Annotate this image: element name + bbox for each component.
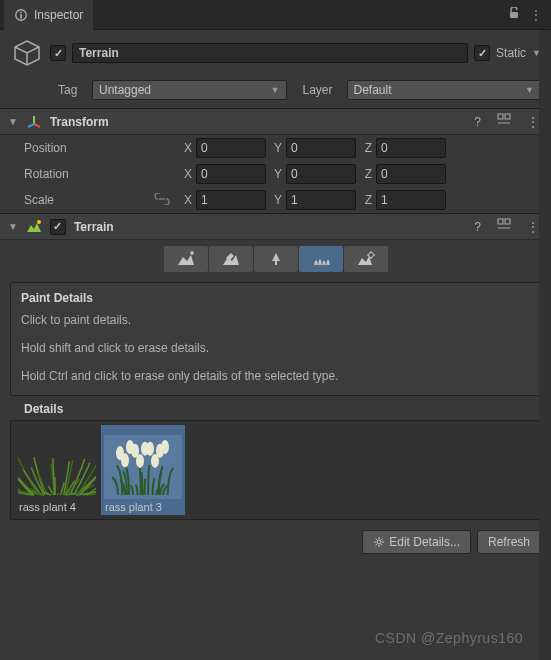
detail-label: rass plant 3 [103, 499, 183, 515]
terrain-enabled-checkbox[interactable] [50, 219, 66, 235]
terrain-tool-raise-lower[interactable] [164, 246, 208, 272]
rotation-z-field[interactable] [376, 164, 446, 184]
rotation-x-field[interactable] [196, 164, 266, 184]
svg-point-1 [20, 11, 22, 13]
refresh-label: Refresh [488, 535, 530, 549]
detail-thumb[interactable]: rass plant 3 [101, 425, 185, 515]
layer-label: Layer [303, 83, 341, 97]
tag-value: Untagged [99, 83, 151, 97]
help-icon[interactable]: ? [470, 220, 485, 234]
scrollbar[interactable] [539, 30, 551, 660]
transform-title: Transform [50, 115, 462, 129]
help-icon[interactable]: ? [470, 115, 485, 129]
edit-details-button[interactable]: Edit Details... [362, 530, 471, 554]
detail-preview [17, 431, 97, 499]
terrain-icon [26, 219, 42, 235]
static-checkbox[interactable] [474, 45, 490, 61]
preset-icon[interactable] [493, 218, 515, 235]
svg-rect-4 [498, 114, 503, 119]
svg-point-20 [161, 440, 169, 454]
svg-rect-3 [510, 12, 518, 18]
constrain-proportions-icon[interactable] [154, 193, 170, 208]
position-z-field[interactable] [376, 138, 446, 158]
layer-dropdown[interactable]: Default ▼ [347, 80, 542, 100]
lock-icon[interactable] [508, 7, 520, 22]
svg-rect-7 [498, 219, 503, 224]
chevron-down-icon: ▼ [525, 85, 534, 95]
layer-value: Default [354, 83, 392, 97]
svg-point-17 [146, 442, 154, 456]
static-label: Static [496, 46, 526, 60]
svg-point-15 [136, 454, 144, 468]
refresh-button[interactable]: Refresh [477, 530, 541, 554]
scale-label: Scale [24, 193, 154, 207]
svg-point-21 [377, 540, 381, 544]
tag-label: Tag [58, 83, 86, 97]
terrain-tool-paint-details[interactable] [299, 246, 343, 272]
scale-x-field[interactable] [196, 190, 266, 210]
svg-point-6 [37, 220, 41, 224]
inspector-tab[interactable]: Inspector [4, 0, 93, 30]
inspector-tab-label: Inspector [34, 8, 83, 22]
transform-icon [26, 114, 42, 130]
svg-point-12 [121, 453, 129, 467]
gameobject-name-field[interactable] [72, 43, 468, 63]
detail-preview [103, 431, 183, 499]
svg-rect-5 [505, 114, 510, 119]
detail-thumb[interactable]: rass plant 4 [15, 425, 99, 515]
terrain-foldout[interactable]: ▼ [8, 221, 18, 232]
svg-point-9 [368, 253, 373, 258]
paint-details-help2: Hold shift and click to erase details. [21, 339, 530, 357]
position-y-field[interactable] [286, 138, 356, 158]
preset-icon[interactable] [493, 113, 515, 130]
tab-menu-icon[interactable]: ⋮ [530, 8, 541, 22]
transform-foldout[interactable]: ▼ [8, 116, 18, 127]
paint-details-title: Paint Details [21, 291, 530, 305]
terrain-tool-settings[interactable] [344, 246, 388, 272]
svg-rect-2 [20, 14, 22, 18]
terrain-tool-paint-trees[interactable] [254, 246, 298, 272]
gear-icon [373, 536, 385, 548]
paint-details-help1: Click to paint details. [21, 311, 530, 329]
scale-y-field[interactable] [286, 190, 356, 210]
details-section-label: Details [24, 402, 541, 416]
rotation-y-field[interactable] [286, 164, 356, 184]
chevron-down-icon: ▼ [271, 85, 280, 95]
inspector-icon [14, 8, 28, 22]
terrain-tool-paint-texture[interactable] [209, 246, 253, 272]
position-x-field[interactable] [196, 138, 266, 158]
position-label: Position [24, 141, 174, 155]
svg-rect-8 [505, 219, 510, 224]
tag-dropdown[interactable]: Untagged ▼ [92, 80, 287, 100]
edit-details-label: Edit Details... [389, 535, 460, 549]
detail-label: rass plant 4 [17, 499, 97, 515]
active-checkbox[interactable] [50, 45, 66, 61]
terrain-title: Terrain [74, 220, 462, 234]
paint-details-help3: Hold Ctrl and click to erase only detail… [21, 367, 530, 385]
scale-z-field[interactable] [376, 190, 446, 210]
watermark: CSDN @Zephyrus160 [375, 630, 523, 646]
rotation-label: Rotation [24, 167, 174, 181]
gameobject-icon[interactable] [10, 36, 44, 70]
